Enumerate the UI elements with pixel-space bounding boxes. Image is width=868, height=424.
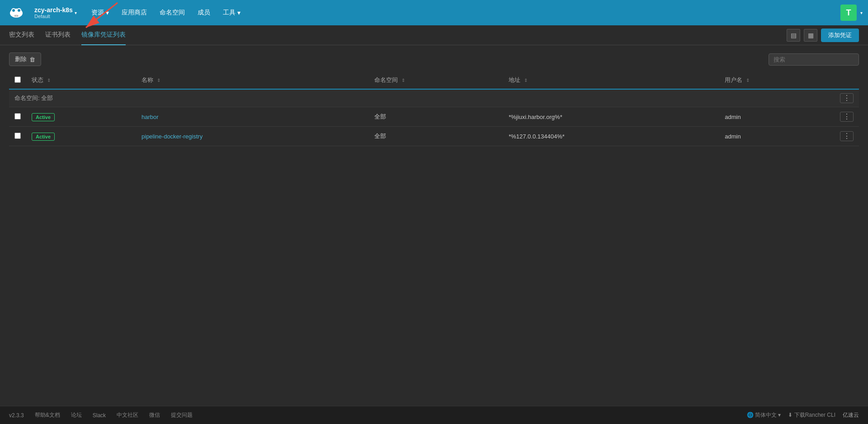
footer-language-text: 简体中文 xyxy=(755,412,777,418)
grid-icon: ▤ xyxy=(791,32,797,39)
tab-certs[interactable]: 证书列表 xyxy=(45,25,71,45)
row-more-btn-harbor[interactable]: ⋮ xyxy=(840,112,854,122)
svg-point-6 xyxy=(14,14,19,17)
tab-registry-creds-label: 镜像库凭证列表 xyxy=(81,31,126,38)
trash-icon: 🗑 xyxy=(29,56,35,63)
svg-point-5 xyxy=(18,9,20,12)
col-header-namespace: 命名空间 ⇕ xyxy=(369,71,503,89)
cluster-default: Default xyxy=(34,14,73,19)
footer-slack[interactable]: Slack xyxy=(93,412,106,419)
svg-point-8 xyxy=(17,15,18,16)
sort-namespace-icon[interactable]: ⇕ xyxy=(401,78,405,83)
row-name-pipeline: pipeline-docker-registry xyxy=(136,127,369,146)
nav-item-resources-label: 资源 xyxy=(91,9,104,17)
search-box xyxy=(769,53,859,66)
sort-status-icon[interactable]: ⇕ xyxy=(47,78,51,83)
nav-item-tools-label: 工具 xyxy=(223,9,236,17)
view-list-btn[interactable]: ▦ xyxy=(804,29,817,42)
table-header: 状态 ⇕ 名称 ⇕ 命名空间 ⇕ 地址 ⇕ 用户名 ⇕ xyxy=(9,71,859,89)
toolbar-right: ▤ ▦ 添加凭证 xyxy=(787,29,859,42)
list-icon: ▦ xyxy=(808,32,814,39)
nav-item-namespace-label: 命名空间 xyxy=(160,9,185,17)
footer-help[interactable]: 帮助&文档 xyxy=(35,411,60,419)
user-avatar-text: T xyxy=(846,8,851,18)
row-checkbox-harbor[interactable] xyxy=(14,113,21,119)
user-dropdown-icon: ▾ xyxy=(860,10,863,15)
sort-username-icon[interactable]: ⇕ xyxy=(746,78,750,83)
footer-wechat[interactable]: 微信 xyxy=(149,411,160,419)
svg-point-7 xyxy=(15,15,16,16)
nav-item-members[interactable]: 成员 xyxy=(192,6,216,19)
footer-chinese-community[interactable]: 中文社区 xyxy=(117,411,138,419)
row-namespace-harbor: 全部 xyxy=(369,107,503,127)
cluster-name: zcy-arch-k8s xyxy=(34,6,73,14)
row-status-pipeline: Active xyxy=(26,127,136,146)
cluster-selector[interactable]: zcy-arch-k8s Default ▾ xyxy=(31,5,80,21)
table-row: Active pipeline-docker-registry 全部 *%127… xyxy=(9,127,859,146)
globe-icon: 🌐 xyxy=(747,412,754,418)
group-row-all-namespaces: 命名空间: 全部 ⋮ xyxy=(9,89,859,107)
view-grid-btn[interactable]: ▤ xyxy=(787,29,800,42)
footer-forum[interactable]: 论坛 xyxy=(71,411,82,419)
footer-submit-issue[interactable]: 提交问题 xyxy=(171,411,193,419)
main-content: 删除 🗑 状态 ⇕ 名称 ⇕ 命名空间 xyxy=(0,45,868,406)
sort-name-icon[interactable]: ⇕ xyxy=(157,78,160,83)
nav-item-members-label: 成员 xyxy=(198,9,210,17)
nav-item-namespace[interactable]: 命名空间 xyxy=(154,6,190,19)
nav-item-resources-arrow: ▾ xyxy=(106,9,109,16)
tab-registry-creds[interactable]: 镜像库凭证列表 xyxy=(81,25,126,45)
delete-label: 删除 xyxy=(15,55,27,63)
footer-language[interactable]: 🌐 简体中文 ▾ xyxy=(747,411,781,419)
sub-tabs-bar: 密文列表 证书列表 镜像库凭证列表 ▤ ▦ 添加凭证 xyxy=(0,25,868,45)
status-badge-pipeline: Active xyxy=(32,133,55,141)
search-input[interactable] xyxy=(769,53,859,66)
footer-version: v2.3.3 xyxy=(9,412,24,419)
row-status-harbor: Active xyxy=(26,107,136,127)
row-address-harbor: *%jiuxi.harbor.org%* xyxy=(503,107,719,127)
table-toolbar: 删除 🗑 xyxy=(9,52,859,66)
credentials-table: 状态 ⇕ 名称 ⇕ 命名空间 ⇕ 地址 ⇕ 用户名 ⇕ xyxy=(9,71,859,146)
nav-item-tools-arrow: ▾ xyxy=(237,9,241,16)
add-credential-button[interactable]: 添加凭证 xyxy=(821,29,859,42)
footer: v2.3.3 帮助&文档 论坛 Slack 中文社区 微信 提交问题 🌐 简体中… xyxy=(0,406,868,424)
nav-item-resources[interactable]: 资源 ▾ xyxy=(86,6,114,19)
table-body: 命名空间: 全部 ⋮ Active harbor 全部 *%jiuxi.harb… xyxy=(9,89,859,146)
row-namespace-pipeline: 全部 xyxy=(369,127,503,146)
download-icon: ⬇ xyxy=(788,412,793,418)
nav-item-tools[interactable]: 工具 ▾ xyxy=(217,6,246,19)
group-label: 命名空间: 全部 xyxy=(14,94,53,102)
status-badge-harbor: Active xyxy=(32,113,55,121)
footer-download-cli[interactable]: ⬇ 下载Rancher CLI xyxy=(788,411,835,419)
row-name-link-pipeline[interactable]: pipeline-docker-registry xyxy=(142,133,203,140)
group-more-btn[interactable]: ⋮ xyxy=(840,93,854,103)
nav-items: 资源 ▾ 应用商店 命名空间 成员 工具 ▾ xyxy=(86,6,246,19)
row-username-pipeline: admin xyxy=(719,127,835,146)
row-name-link-harbor[interactable]: harbor xyxy=(142,114,159,120)
footer-download-text: 下载Rancher CLI xyxy=(794,412,835,418)
tab-secrets[interactable]: 密文列表 xyxy=(9,25,34,45)
row-more-btn-pipeline[interactable]: ⋮ xyxy=(840,131,854,141)
tab-certs-label: 证书列表 xyxy=(45,31,71,38)
col-header-address: 地址 ⇕ xyxy=(503,71,719,89)
nav-item-appstore[interactable]: 应用商店 xyxy=(116,6,152,19)
col-header-name: 名称 ⇕ xyxy=(136,71,369,89)
row-name-harbor: harbor xyxy=(136,107,369,127)
row-address-pipeline: *%127.0.0.134404%* xyxy=(503,127,719,146)
row-checkbox-pipeline[interactable] xyxy=(14,133,21,139)
user-avatar[interactable]: T xyxy=(840,5,857,21)
col-header-status: 状态 ⇕ xyxy=(26,71,136,89)
footer-right: 🌐 简体中文 ▾ ⬇ 下载Rancher CLI 亿速云 xyxy=(747,411,859,419)
tab-secrets-label: 密文列表 xyxy=(9,31,34,38)
logo[interactable] xyxy=(5,4,31,22)
select-all-checkbox[interactable] xyxy=(14,76,21,83)
row-username-harbor: admin xyxy=(719,107,835,127)
top-nav: zcy-arch-k8s Default ▾ 资源 ▾ 应用商店 命名空间 成员… xyxy=(0,0,868,25)
language-arrow: ▾ xyxy=(778,412,781,418)
footer-brand: 亿速云 xyxy=(843,411,859,419)
col-header-username: 用户名 ⇕ xyxy=(719,71,835,89)
nav-item-appstore-label: 应用商店 xyxy=(122,9,147,17)
table-row: Active harbor 全部 *%jiuxi.harbor.org%* ad… xyxy=(9,107,859,127)
delete-button[interactable]: 删除 🗑 xyxy=(9,52,41,66)
sort-address-icon[interactable]: ⇕ xyxy=(524,78,528,83)
svg-point-4 xyxy=(12,9,15,12)
